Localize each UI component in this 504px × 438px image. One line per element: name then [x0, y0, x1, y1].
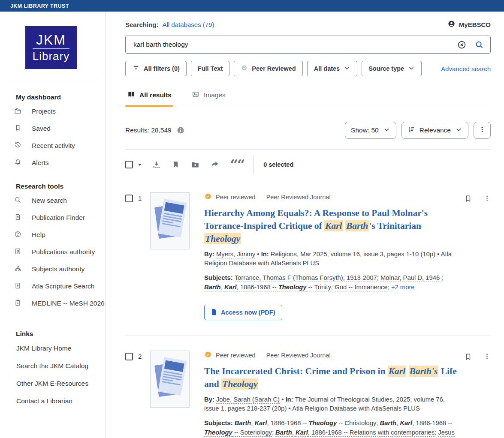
- select-options-caret[interactable]: [138, 164, 142, 166]
- access-label: Access now (PDF): [221, 309, 275, 316]
- all-dates-dropdown[interactable]: All dates: [307, 61, 357, 76]
- journal-type-label: Peer Reviewed Journal: [266, 194, 331, 201]
- subject-link[interactable]: , 1886-1968 --: [237, 284, 278, 291]
- badge-separator: [261, 194, 261, 201]
- subject-link[interactable]: Theology: [278, 284, 307, 291]
- subject-link[interactable]: ,: [292, 429, 296, 437]
- site-title: JKM LIBRARY TRUST: [10, 3, 69, 9]
- sidebar-item-label: MEDLINE -- MeSH 2026: [32, 300, 105, 307]
- cite-quote-icon[interactable]: [230, 159, 244, 170]
- subject-link[interactable]: Torrance, Thomas F (Thomas Forsyth), 191…: [235, 274, 377, 282]
- subject-link[interactable]: Barth: [380, 420, 397, 427]
- subject-link[interactable]: , 1886-1968 -- Relations with contempora…: [308, 429, 435, 437]
- result-thumbnail[interactable]: [150, 192, 190, 249]
- kebab-icon[interactable]: [483, 195, 491, 320]
- sidebar-item-subjects-authority[interactable]: Subjects authority: [14, 261, 106, 278]
- result-title-link[interactable]: Hierarchy Among Equals?: A Response to P…: [204, 207, 458, 245]
- subject-link[interactable]: , 1886-1968 --: [412, 420, 452, 427]
- kebab-icon[interactable]: [483, 353, 491, 438]
- subject-link[interactable]: -- Soteriology: [232, 429, 272, 437]
- sidebar-item-new-search[interactable]: New search: [14, 192, 106, 209]
- sort-label: Relevance: [419, 126, 451, 134]
- bookmark-outline-icon[interactable]: [464, 353, 472, 438]
- subject-link[interactable]: , 1886-1968 --: [267, 420, 308, 427]
- journal-type-label: Peer Reviewed Journal: [266, 352, 331, 359]
- sidebar-item-projects[interactable]: Projects: [14, 103, 106, 120]
- tab-images[interactable]: Images: [190, 90, 227, 106]
- sidebar-item-label: Help: [32, 231, 45, 239]
- share-icon[interactable]: [210, 160, 220, 169]
- subject-link[interactable]: Barth: [275, 429, 292, 437]
- sidebar-item-alerts[interactable]: Alerts: [14, 154, 106, 171]
- info-icon[interactable]: [176, 126, 185, 135]
- clear-search-icon[interactable]: [457, 40, 467, 50]
- subject-link[interactable]: -- Trinity: [307, 284, 332, 291]
- select-result-checkbox[interactable]: [125, 195, 133, 202]
- folder-plus-icon[interactable]: [190, 160, 200, 169]
- subject-link[interactable]: ,: [221, 284, 224, 291]
- subject-link[interactable]: Myers, Jimmy: [216, 251, 255, 258]
- result-number: 1: [138, 195, 142, 320]
- sidebar-item-publications-authority[interactable]: Publications authority: [14, 243, 106, 261]
- access-now-pdf-button[interactable]: Access now (PDF): [204, 305, 282, 320]
- subject-link[interactable]: Karl: [224, 284, 237, 291]
- seal-check-gray-icon: [241, 64, 248, 73]
- subject-link[interactable]: Karl: [255, 420, 267, 427]
- download-icon[interactable]: [152, 160, 161, 169]
- sidebar-item-saved[interactable]: Saved: [14, 120, 106, 137]
- searching-label: Searching:: [125, 21, 159, 28]
- bookmark-outline-icon[interactable]: [464, 195, 472, 320]
- subject-link[interactable]: Barth: [235, 420, 251, 427]
- select-all-checkbox[interactable]: [125, 161, 133, 168]
- more-options-button[interactable]: [474, 122, 491, 139]
- source-type-dropdown[interactable]: Source type: [362, 61, 422, 76]
- subject-link[interactable]: -- Christology: [337, 420, 376, 427]
- searching-row: Searching: All databases (79) MyEBSCO: [125, 20, 491, 29]
- result-thumbnail[interactable]: [150, 351, 190, 408]
- subject-link[interactable]: God -- Immanence: [335, 284, 387, 291]
- sidebar-item-medline-mesh[interactable]: MEDLINE -- MeSH 2026: [14, 295, 106, 312]
- sidebar-link-other-jkm-eresources[interactable]: Other JKM E-Resources: [16, 375, 106, 392]
- search-submit-icon[interactable]: [474, 40, 484, 50]
- logo-text-top: JKM: [33, 32, 69, 49]
- sidebar-item-help[interactable]: Help: [14, 226, 106, 243]
- sidebar-item-label: Recent activity: [32, 142, 75, 150]
- chevron-down-icon: [344, 65, 350, 73]
- sidebar-link-contact-a-librarian[interactable]: Contact a Librarian: [16, 392, 106, 410]
- kebab-icon: [478, 126, 486, 135]
- peer-reviewed-toggle[interactable]: Peer Reviewed: [234, 61, 302, 76]
- sidebar-link-jkm-library-home[interactable]: JKM Library Home: [16, 339, 106, 357]
- dashboard-heading: My dashboard: [16, 93, 106, 101]
- all-databases-link[interactable]: All databases (79): [163, 21, 214, 28]
- select-result-checkbox[interactable]: [125, 353, 133, 360]
- myebsco-account-button[interactable]: MyEBSCO: [447, 20, 491, 29]
- more-subjects-link[interactable]: +2 more: [391, 284, 415, 291]
- full-text-toggle[interactable]: Full Text: [191, 61, 230, 76]
- advanced-search-link[interactable]: Advanced search: [441, 65, 491, 72]
- peer-reviewed-label: Peer Reviewed: [252, 65, 296, 72]
- subject-link[interactable]: Theology: [204, 429, 232, 437]
- subject-link[interactable]: Karl: [296, 429, 308, 437]
- subject-link[interactable]: Molnar, Paul D, 1946-: [380, 274, 442, 282]
- subject-link[interactable]: ,: [251, 420, 254, 427]
- sort-dropdown[interactable]: Relevance: [401, 122, 468, 139]
- subject-link[interactable]: Karl: [400, 420, 412, 427]
- result-title-link[interactable]: The Incarcerated Christ: Crime and Priso…: [204, 365, 458, 390]
- sidebar-item-atla-scripture-search[interactable]: Atla Scripture Search: [14, 278, 106, 295]
- sidebar-link-search-jkm-catalog[interactable]: Search the JKM Catalog: [16, 357, 106, 375]
- subject-link[interactable]: Barth: [204, 284, 221, 291]
- sidebar-item-recent-activity[interactable]: Recent activity: [14, 137, 106, 154]
- tab-all-results[interactable]: All results: [125, 90, 173, 106]
- bookmark-filled-icon[interactable]: [172, 160, 180, 169]
- result-number: 2: [138, 353, 142, 438]
- show-per-page-dropdown[interactable]: Show: 50: [345, 122, 396, 139]
- result-byline: By: Jobe, Sarah (Sarah C) • In: The Jour…: [204, 395, 458, 413]
- peer-reviewed-badge: Peer reviewed: [216, 194, 256, 201]
- subject-link[interactable]: Jobe, Sarah (Sarah C): [216, 396, 280, 404]
- all-filters-button[interactable]: All filters (0): [125, 61, 187, 76]
- subject-link[interactable]: Theology: [308, 420, 337, 427]
- search-input[interactable]: [133, 40, 457, 49]
- library-logo: JKM Library: [25, 26, 77, 69]
- sort-icon: [407, 126, 415, 135]
- sidebar-item-publication-finder[interactable]: Publication Finder: [14, 209, 106, 226]
